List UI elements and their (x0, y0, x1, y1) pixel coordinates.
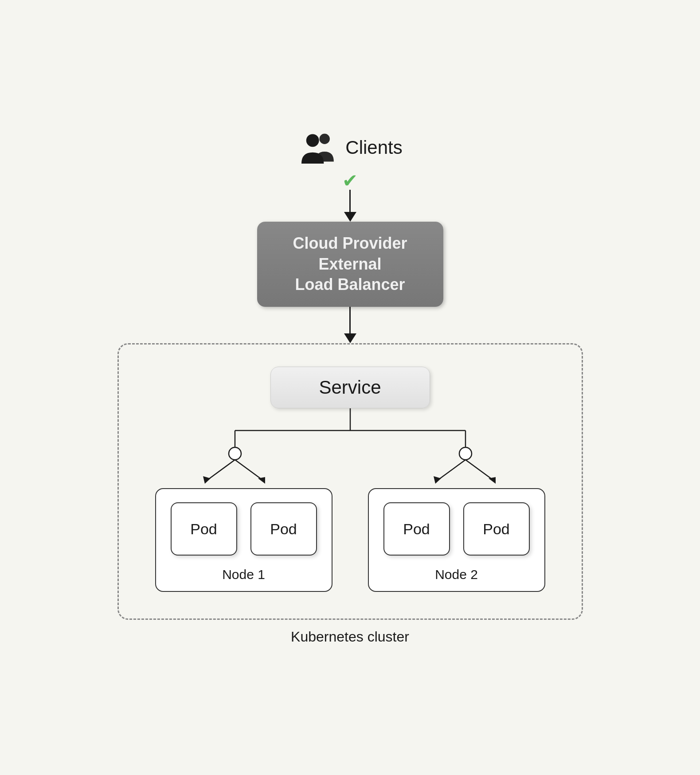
node2-pod2-box: Pod (463, 502, 530, 556)
node1-pods-row: Pod Pod (171, 502, 317, 556)
arrowhead-2 (344, 333, 356, 343)
node2-pod1-box: Pod (383, 502, 450, 556)
svg-point-7 (229, 447, 241, 460)
svg-point-1 (306, 134, 319, 147)
node1-pod2-label: Pod (270, 521, 297, 538)
node2-box: Pod Pod Node 2 (368, 488, 545, 592)
node1-label: Node 1 (222, 567, 265, 582)
clients-icon (297, 130, 337, 165)
svg-point-0 (320, 133, 330, 144)
svg-marker-10 (203, 476, 211, 484)
service-box: Service (270, 367, 430, 408)
svg-line-11 (235, 460, 262, 479)
node2-container: Pod Pod Node 2 (368, 488, 545, 592)
node2-pod2-label: Pod (483, 521, 510, 538)
lb-to-cluster-arrow (344, 307, 356, 343)
nodes-row: Pod Pod Node 1 Pod (155, 488, 545, 592)
svg-line-9 (208, 460, 235, 479)
arrowhead-1 (344, 212, 356, 222)
node2-label: Node 2 (435, 567, 478, 582)
node1-pod2-box: Pod (250, 502, 317, 556)
service-to-nodes-svg (151, 408, 550, 497)
arrow-line-1 (349, 190, 351, 212)
k8s-cluster-label: Kubernetes cluster (291, 629, 409, 645)
svg-line-13 (439, 460, 465, 479)
svg-point-8 (459, 447, 472, 460)
arrow-line-2 (349, 307, 351, 333)
clients-label: Clients (345, 137, 402, 158)
node1-box: Pod Pod Node 1 (155, 488, 332, 592)
node1-pod1-box: Pod (171, 502, 237, 556)
diagram-container: Clients ✔ Cloud Provider ExternalLoad Ba… (106, 130, 594, 645)
clients-row: Clients (297, 130, 402, 165)
k8s-cluster: Service (117, 343, 583, 620)
load-balancer-label: Cloud Provider ExternalLoad Balancer (278, 233, 422, 295)
node1-container: Pod Pod Node 1 (155, 488, 332, 592)
clients-to-lb-arrow: ✔ (342, 170, 358, 222)
svg-marker-14 (434, 476, 441, 484)
load-balancer-box: Cloud Provider ExternalLoad Balancer (257, 222, 443, 307)
service-label: Service (319, 377, 381, 398)
node2-pod1-label: Pod (403, 521, 430, 538)
node2-pods-row: Pod Pod (383, 502, 530, 556)
node1-pod1-label: Pod (190, 521, 217, 538)
check-mark-icon: ✔ (342, 170, 358, 192)
svg-line-15 (465, 460, 492, 479)
